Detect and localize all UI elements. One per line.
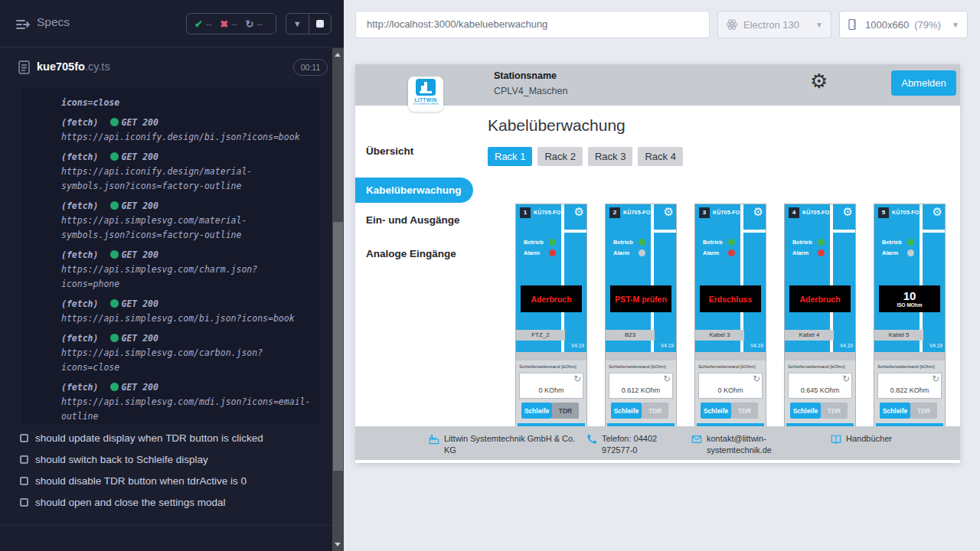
card-separator	[695, 352, 766, 360]
specs-label[interactable]: Specs	[37, 15, 70, 29]
measure-value: 0 KOhm	[520, 386, 583, 394]
success-dot-icon	[110, 152, 119, 161]
schleife-button[interactable]: Schleife	[611, 403, 642, 419]
test-item[interactable]: should open and close the settings modal	[0, 493, 332, 514]
vertical-scrollbar[interactable]	[332, 48, 344, 551]
card-settings-gear-icon[interactable]: ⚙	[664, 205, 674, 219]
test-item[interactable]: should switch back to Schleife display	[0, 450, 332, 471]
rack-tab-4[interactable]: Rack 4	[638, 147, 682, 166]
log-fetch-entry[interactable]: (fetch)GET 200https://api.simplesvg.com/…	[61, 248, 311, 292]
spec-name[interactable]: kue705fo.cy.ts	[37, 60, 110, 73]
success-dot-icon	[110, 250, 119, 259]
log-fetch-entry[interactable]: (fetch)GET 200https://api.iconify.design…	[61, 150, 311, 194]
betrieb-label: Betrieb	[703, 239, 728, 246]
log-line[interactable]: icons=close	[61, 96, 311, 110]
device-card-3: 3 KÜ705-FO ⚙ Betrieb Alarm Erdschluss Ka…	[694, 204, 766, 433]
stop-button[interactable]	[309, 14, 332, 34]
passed-count: --	[206, 19, 211, 28]
display-alarm-text: Erdschluss	[709, 295, 753, 304]
schleife-button[interactable]: Schleife	[790, 403, 821, 419]
log-fetch-entry[interactable]: (fetch)GET 200https://api.simplesvg.com/…	[61, 380, 311, 424]
tdr-button[interactable]: TDR	[552, 403, 579, 419]
measurement-panel: Schleifenwiderstand [kOhm] ↻ 0.645 KOhm …	[785, 360, 855, 434]
schleife-button[interactable]: Schleife	[880, 403, 910, 419]
tdr-button[interactable]: TDR	[910, 403, 937, 419]
command-log[interactable]: icons=close(fetch)GET 200https://api.ico…	[21, 88, 320, 425]
measure-value-box: ↻ 0 KOhm	[698, 373, 763, 399]
sidebar-item-1[interactable]: Kabelüberwachung	[355, 178, 473, 203]
footer-manuals[interactable]: Handbücher	[831, 433, 930, 445]
card-separator	[874, 352, 945, 360]
littwin-logo-icon	[416, 79, 436, 96]
measure-value: 0.612 KOhm	[609, 386, 672, 394]
measure-label: Schleifenwiderstand [kOhm]	[788, 364, 845, 369]
card-settings-gear-icon[interactable]: ⚙	[753, 205, 763, 219]
rack-tab-1[interactable]: Rack 1	[488, 147, 532, 166]
schleife-button[interactable]: Schleife	[521, 403, 552, 419]
scrollbar-thumb[interactable]	[333, 222, 343, 471]
alarm-indicator: Alarm	[524, 249, 556, 256]
collapse-chevron-icon[interactable]: ▼	[286, 14, 309, 34]
pending-test-icon	[20, 455, 28, 464]
tdr-button[interactable]: TDR	[731, 403, 758, 419]
alarm-lamp-icon	[818, 249, 825, 256]
pending-count: --	[256, 19, 262, 28]
card-divider	[654, 230, 676, 233]
tdr-button[interactable]: TDR	[642, 403, 668, 419]
test-item[interactable]: should update display when TDR button is…	[0, 429, 332, 450]
test-stats: ✔ -- ✖ -- ↻ --	[186, 13, 276, 34]
alarm-indicator: Alarm	[703, 249, 735, 256]
card-separator	[785, 352, 855, 360]
measure-label: Schleifenwiderstand [kOhm]	[877, 364, 935, 369]
log-fetch-entry[interactable]: (fetch)GET 200https://api.simplesvg.com/…	[61, 331, 311, 375]
viewport-selector[interactable]: 1000x660 (79%) ▼	[839, 11, 968, 38]
refresh-icon[interactable]: ↻	[842, 373, 850, 384]
schleife-button[interactable]: Schleife	[701, 403, 731, 419]
log-fetch-entry[interactable]: (fetch)GET 200https://api.iconify.design…	[61, 116, 311, 145]
card-model-label: KÜ705-FO	[802, 210, 829, 215]
rack-tabs: Rack 1Rack 2Rack 3Rack 4	[488, 147, 683, 166]
failed-icon: ✖	[220, 18, 228, 30]
refresh-icon[interactable]: ↻	[753, 373, 760, 384]
betrieb-lamp-icon	[639, 239, 645, 246]
betrieb-indicator: Betrieb	[882, 238, 914, 246]
card-settings-gear-icon[interactable]: ⚙	[933, 205, 942, 219]
firmware-version: V4.19	[661, 343, 674, 348]
card-number-badge: 1	[520, 207, 531, 218]
refresh-icon[interactable]: ↻	[573, 373, 581, 384]
card-model-label: KÜ705-FO	[713, 210, 740, 215]
alarm-label: Alarm	[882, 249, 907, 256]
betrieb-indicator: Betrieb	[613, 238, 645, 246]
scroll-down-arrow-icon[interactable]	[335, 543, 341, 546]
url-bar[interactable]: http://localhost:3000/kabelueberwachung	[355, 11, 710, 38]
log-fetch-entry[interactable]: (fetch)GET 200https://api.simplesvg.com/…	[61, 199, 311, 243]
betrieb-lamp-icon	[818, 239, 825, 246]
cable-name-label: Kabel 3	[695, 330, 744, 341]
scroll-up-arrow-icon[interactable]	[335, 53, 341, 57]
rack-tab-2[interactable]: Rack 2	[537, 147, 582, 166]
card-settings-gear-icon[interactable]: ⚙	[843, 205, 853, 219]
sidebar-item-2[interactable]: Ein- und Ausgänge	[366, 214, 460, 226]
logo-text: LITTWIN	[408, 97, 443, 103]
rack-tab-3[interactable]: Rack 3	[588, 147, 632, 166]
sidebar-item-3[interactable]: Analoge Eingänge	[366, 248, 456, 259]
logo-subtext: SYSTEMTECHNIK	[408, 103, 443, 106]
measure-value-box: ↻ 0.822 KOhm	[877, 373, 942, 399]
refresh-icon[interactable]: ↻	[932, 373, 939, 384]
betrieb-lamp-icon	[549, 239, 556, 246]
page-title: Kabelüberwachung	[488, 116, 626, 135]
refresh-icon[interactable]: ↻	[663, 373, 671, 384]
sidebar-item-0[interactable]: Übersicht	[366, 145, 413, 157]
test-item[interactable]: should disable TDR button when tdrActive…	[0, 471, 332, 493]
footer-email-text: kontakt@littwin-systemtechnik.de	[707, 433, 799, 456]
tdr-button[interactable]: TDR	[821, 403, 848, 419]
measure-value: 0.822 KOhm	[878, 386, 941, 394]
log-fetch-entry[interactable]: (fetch)GET 200https://api.simplesvg.com/…	[61, 297, 311, 326]
logout-button[interactable]: Abmelden	[891, 70, 956, 96]
browser-selector[interactable]: Electron 130 ▼	[717, 11, 831, 38]
card-settings-gear-icon[interactable]: ⚙	[574, 205, 584, 219]
app-viewport: Stationsname CPLV4_Maschen ⚙ Abmelden LI…	[355, 64, 960, 463]
specs-menu-icon[interactable]	[15, 17, 31, 32]
settings-gear-icon[interactable]: ⚙	[810, 71, 828, 91]
spec-row[interactable]: kue705fo.cy.ts 00:11	[0, 58, 332, 90]
